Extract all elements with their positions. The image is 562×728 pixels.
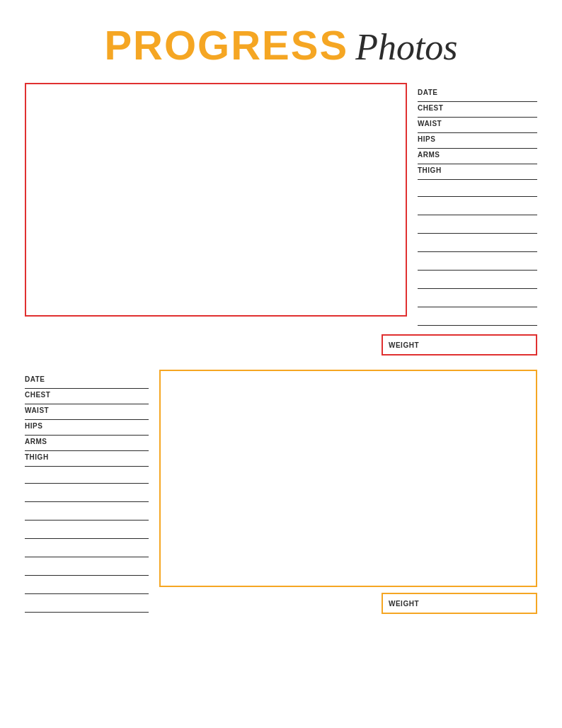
- stat-row-date: DATE: [418, 86, 537, 102]
- blank-line-5: [418, 255, 537, 271]
- b-blank-line-5: [25, 542, 149, 557]
- stat-label-b-arms: ARMS: [25, 438, 149, 445]
- top-section: DATE CHEST WAIST HIPS ARMS THIGH: [25, 83, 537, 327]
- progress-title: PROGRESS: [104, 21, 348, 69]
- stat-label-arms: ARMS: [418, 151, 537, 159]
- weight-label-top: WEIGHT: [389, 341, 419, 349]
- stat-row-b-arms: ARMS: [25, 436, 149, 451]
- stat-row-b-thigh: THIGH: [25, 451, 149, 467]
- blank-line-2: [418, 200, 537, 215]
- stat-label-b-hips: HIPS: [25, 422, 149, 430]
- stat-row-chest: CHEST: [418, 102, 537, 118]
- stat-label-thigh: THIGH: [418, 166, 537, 174]
- blank-line-4: [418, 237, 537, 252]
- blank-line-6: [418, 273, 537, 289]
- stat-row-hips: HIPS: [418, 133, 537, 149]
- b-blank-line-3: [25, 505, 149, 521]
- stat-row-b-hips: HIPS: [25, 420, 149, 436]
- b-blank-line-1: [25, 468, 149, 484]
- bottom-section: DATE CHEST WAIST HIPS ARMS THIGH: [25, 370, 537, 614]
- stat-label-date: DATE: [418, 89, 537, 96]
- b-blank-line-8: [25, 597, 149, 613]
- photo-box-top[interactable]: [25, 83, 407, 317]
- blank-line-3: [418, 218, 537, 234]
- b-blank-line-6: [25, 560, 149, 576]
- stat-label-b-waist: WAIST: [25, 406, 149, 414]
- stat-label-b-chest: CHEST: [25, 391, 149, 399]
- blank-line-1: [418, 181, 537, 197]
- blank-line-8: [418, 310, 537, 326]
- stat-row-thigh: THIGH: [418, 164, 537, 180]
- weight-row-bottom: WEIGHT: [159, 593, 537, 614]
- b-blank-line-7: [25, 579, 149, 594]
- weight-box-bottom[interactable]: WEIGHT: [382, 593, 537, 614]
- stat-row-waist: WAIST: [418, 118, 537, 133]
- stat-row-b-waist: WAIST: [25, 404, 149, 420]
- bottom-right-col: WEIGHT: [159, 370, 537, 614]
- photos-title: Photos: [355, 26, 457, 68]
- weight-row-top: WEIGHT: [25, 334, 537, 356]
- bottom-stats-panel: DATE CHEST WAIST HIPS ARMS THIGH: [25, 370, 149, 614]
- photo-box-bottom[interactable]: [159, 370, 537, 587]
- weight-box-top[interactable]: WEIGHT: [382, 334, 537, 356]
- stat-label-chest: CHEST: [418, 104, 537, 112]
- header: PROGRESS Photos: [25, 21, 537, 69]
- top-stats-panel: DATE CHEST WAIST HIPS ARMS THIGH: [418, 83, 537, 327]
- stat-row-b-chest: CHEST: [25, 389, 149, 404]
- stat-row-b-date: DATE: [25, 373, 149, 389]
- blank-line-7: [418, 292, 537, 307]
- stat-label-waist: WAIST: [418, 120, 537, 127]
- stat-label-hips: HIPS: [418, 135, 537, 143]
- stat-label-b-thigh: THIGH: [25, 453, 149, 461]
- stat-row-arms: ARMS: [418, 149, 537, 164]
- stat-label-b-date: DATE: [25, 375, 149, 383]
- weight-label-bottom: WEIGHT: [389, 600, 419, 608]
- b-blank-line-2: [25, 487, 149, 502]
- b-blank-line-4: [25, 523, 149, 539]
- page: PROGRESS Photos DATE CHEST WAIST HIPS AR…: [0, 0, 562, 728]
